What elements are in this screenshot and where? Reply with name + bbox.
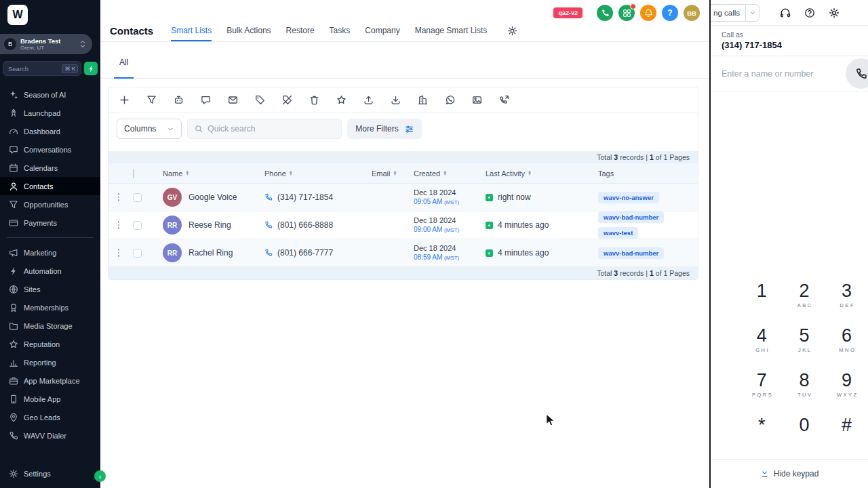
quick-search-input[interactable]	[208, 124, 334, 134]
sidebar-item-payments[interactable]: Payments	[0, 214, 100, 232]
image-button[interactable]	[472, 95, 482, 105]
tab-all[interactable]: All	[114, 58, 134, 79]
row-checkbox[interactable]	[133, 193, 142, 202]
dialer-settings-button[interactable]	[829, 7, 840, 18]
tab-bulk-actions[interactable]: Bulk Actions	[226, 20, 271, 41]
sidebar-item-launchpad[interactable]: Launchpad	[0, 104, 100, 122]
created-time: 09:00 AM (MST)	[414, 225, 477, 234]
last-activity-text: 4 minutes ago	[498, 248, 549, 258]
app-logo[interactable]: W	[7, 5, 28, 25]
hide-keypad-button[interactable]: Hide keypad	[760, 469, 819, 479]
sidebar-item-conversations[interactable]: Conversations	[0, 140, 100, 159]
keypad-key-5[interactable]: 5JKL	[783, 325, 826, 370]
star-icon	[9, 340, 18, 349]
columns-dropdown[interactable]: Columns	[117, 119, 182, 139]
table-row[interactable]: RRRachel Ring(801) 666-7777Dec 18 202408…	[108, 239, 698, 267]
notifications-button[interactable]	[640, 5, 656, 21]
sidebar-item-memberships[interactable]: Memberships	[0, 298, 100, 317]
bot-button[interactable]	[174, 95, 184, 105]
sidebar-item-contacts[interactable]: Contacts	[0, 177, 100, 195]
keypad-key-6[interactable]: 6MNO	[825, 325, 868, 370]
sort-icon[interactable]: ▲▼	[185, 171, 189, 176]
sidebar-item-app-marketplace[interactable]: App Marketplace	[0, 371, 100, 390]
headset-button[interactable]	[780, 7, 791, 18]
row-checkbox[interactable]	[133, 221, 142, 230]
help-button[interactable]	[804, 7, 815, 18]
select-all-checkbox[interactable]	[133, 169, 134, 178]
tag-remove-button[interactable]	[282, 95, 292, 105]
user-avatar[interactable]: BB	[684, 5, 700, 21]
tab-company[interactable]: Company	[365, 20, 399, 41]
sidebar-item-reporting[interactable]: Reporting	[0, 353, 100, 371]
import-button[interactable]	[391, 95, 401, 105]
apps-button[interactable]	[618, 5, 635, 21]
calls-dropdown[interactable]: ng calls	[711, 4, 760, 22]
sidebar-item-wavv-dialer[interactable]: WAVV Dialer	[0, 426, 100, 445]
sidebar-item-media-storage[interactable]: Media Storage	[0, 317, 100, 335]
dial-input-row	[711, 56, 868, 92]
table-row[interactable]: RRReese Ring(801) 666-8888Dec 18 202409:…	[108, 211, 698, 239]
tab-restore[interactable]: Restore	[286, 20, 315, 41]
mail-button[interactable]	[228, 95, 238, 105]
more-filters-button[interactable]: More Filters	[347, 119, 421, 139]
keypad-key-1[interactable]: 1	[741, 281, 783, 325]
headset-icon	[780, 7, 791, 18]
tab-smart-lists[interactable]: Smart Lists	[171, 20, 212, 41]
export-button[interactable]	[363, 95, 374, 105]
keypad-key-3[interactable]: 3DEF	[825, 281, 868, 325]
account-location: Orem, UT	[20, 45, 74, 52]
keypad-key-7[interactable]: 7PQRS	[741, 370, 783, 415]
sort-icon[interactable]: ▲▼	[528, 171, 532, 176]
calendar-icon	[9, 163, 18, 173]
table-row[interactable]: GVGoogle Voice(314) 717-1854Dec 18 20240…	[108, 184, 698, 211]
sidebar-item-season-of-ai[interactable]: Season of AI	[0, 85, 100, 104]
sidebar-item-automation[interactable]: Automation	[0, 262, 100, 280]
row-checkbox[interactable]	[133, 249, 142, 258]
add-button[interactable]	[119, 95, 130, 105]
smartlist-settings-button[interactable]	[507, 26, 517, 36]
help-button[interactable]: ?	[662, 5, 678, 21]
row-menu-button[interactable]	[118, 193, 120, 201]
keypad-key-4[interactable]: 4GHI	[741, 325, 783, 370]
chat-button[interactable]	[201, 95, 211, 105]
sidebar-item-opportunities[interactable]: Opportunities	[0, 195, 100, 214]
sidebar-item-dashboard[interactable]: Dashboard	[0, 122, 100, 140]
tag-add-button[interactable]	[255, 95, 265, 105]
calls-button[interactable]	[597, 5, 613, 21]
tab-tasks[interactable]: Tasks	[330, 20, 351, 41]
sidebar-item-geo-leads[interactable]: Geo Leads	[0, 408, 100, 426]
sidebar-item-reputation[interactable]: Reputation	[0, 335, 100, 353]
keypad-key-9[interactable]: 9WXYZ	[825, 370, 868, 415]
app: W B Bradens Test Orem, UT Search ⌘ K Sea…	[0, 0, 868, 488]
whatsapp-button[interactable]	[445, 95, 455, 105]
sort-icon[interactable]: ▲▼	[289, 171, 293, 176]
keypad-key-0[interactable]: 0	[783, 415, 826, 460]
trash-button[interactable]	[309, 95, 319, 105]
dial-call-button[interactable]	[846, 58, 868, 89]
sidebar-item-sites[interactable]: Sites	[0, 280, 100, 298]
quick-actions-button[interactable]	[84, 62, 98, 75]
building-button[interactable]	[418, 95, 428, 105]
mobile-icon	[9, 394, 18, 404]
tab-manage-smart-lists[interactable]: Manage Smart Lists	[415, 20, 488, 41]
star-button[interactable]	[336, 95, 347, 105]
funnel-button[interactable]	[146, 95, 157, 105]
keypad-key-*[interactable]: *	[741, 415, 783, 460]
sidebar-item-marketing[interactable]: Marketing	[0, 243, 100, 262]
sidebar-collapse-button[interactable]: ‹	[94, 470, 106, 482]
account-switcher[interactable]: B Bradens Test Orem, UT	[0, 34, 92, 54]
keypad-key-2[interactable]: 2ABC	[783, 281, 826, 325]
sidebar-item-label: Launchpad	[24, 109, 60, 117]
dial-input[interactable]	[722, 69, 830, 79]
sidebar-item-mobile-app[interactable]: Mobile App	[0, 390, 100, 408]
row-menu-button[interactable]	[118, 221, 120, 229]
sidebar-search-input[interactable]: Search ⌘ K	[3, 61, 81, 76]
sort-icon[interactable]: ▲▼	[443, 171, 447, 176]
sidebar-item-settings[interactable]: Settings	[0, 464, 100, 483]
keypad-key-8[interactable]: 8TUV	[783, 370, 826, 415]
sidebar-item-calendars[interactable]: Calendars	[0, 159, 100, 177]
keypad-key-#[interactable]: #	[825, 415, 868, 460]
sort-icon[interactable]: ▲▼	[393, 171, 397, 176]
phone-out-button[interactable]	[499, 95, 509, 105]
row-menu-button[interactable]	[118, 249, 120, 257]
